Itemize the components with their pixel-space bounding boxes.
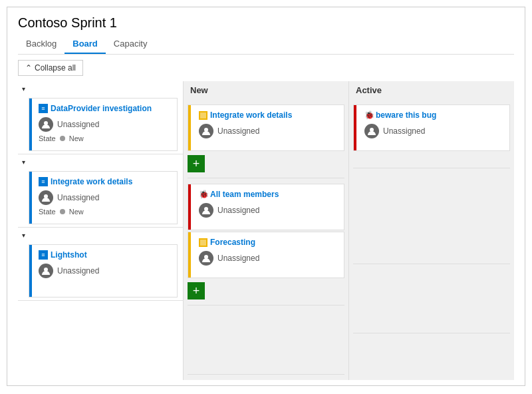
card-avatar-2	[199, 203, 213, 218]
card-user-label-3: Unassigned	[217, 254, 259, 263]
nav-tabs: Backlog Board Capacity	[18, 35, 514, 55]
sidebar-row-2: ▾ ≡ Integrate work details Unassigned	[18, 154, 183, 228]
collapse-arrow-icon: ⌃	[25, 63, 32, 73]
story-icon-2	[199, 238, 207, 247]
state-value-2: New	[69, 208, 84, 216]
tab-board[interactable]: Board	[65, 35, 106, 54]
state-dot-1	[60, 136, 65, 141]
board-card-integrate[interactable]: Integrate work details Unassigned	[188, 104, 344, 151]
add-card-btn-2[interactable]: +	[188, 282, 205, 299]
unassigned-label-3: Unassigned	[57, 266, 99, 276]
sidebar-item-2-title: ≡ Integrate work details	[39, 177, 172, 186]
avatar-3	[39, 264, 53, 278]
state-value-1: New	[69, 134, 84, 142]
state-label-2: State	[39, 208, 56, 216]
card-user-all-team: Unassigned	[199, 203, 338, 218]
sidebar-item-1-user: Unassigned	[39, 117, 172, 132]
collapse-all-label: Collapse all	[35, 63, 76, 73]
card-user-forecasting: Unassigned	[199, 251, 338, 266]
sidebar-item-3: ≡ Lightshot Unassigned	[29, 244, 178, 297]
board-columns: New Integrate work details	[183, 81, 514, 380]
card-user-integrate: Unassigned	[199, 124, 338, 138]
new-section-3	[188, 308, 344, 375]
col-new: New Integrate work details	[183, 81, 348, 380]
add-card-btn-1[interactable]: +	[188, 155, 205, 172]
collapse-arrow-3[interactable]: ▾	[22, 232, 183, 239]
bug-icon-1: 🐞	[199, 190, 207, 199]
card-title-forecasting: Forecasting	[199, 238, 338, 247]
card-avatar-3	[199, 251, 213, 266]
card-title-integrate: Integrate work details	[199, 110, 338, 120]
card-avatar-4	[364, 124, 379, 138]
col-active-header: Active	[349, 81, 514, 99]
unassigned-label-2: Unassigned	[57, 193, 99, 202]
unassigned-label-1: Unassigned	[57, 120, 99, 129]
state-dot-2	[60, 209, 65, 214]
sidebar-item-3-title: ≡ Lightshot	[39, 250, 172, 260]
col-active: Active 🐞 beware this bug	[348, 81, 514, 380]
board-card-beware[interactable]: 🐞 beware this bug Unassigned	[353, 104, 510, 151]
sidebar-item-2-bar	[29, 172, 32, 224]
avatar-2	[39, 190, 53, 205]
card-bar-yellow-2	[188, 232, 191, 278]
avatar-1	[39, 117, 53, 132]
page-title: Contoso Sprint 1	[18, 15, 514, 31]
task-icon-2: ≡	[39, 177, 48, 186]
collapse-arrow-1[interactable]: ▾	[22, 85, 183, 93]
sidebar-item-2: ≡ Integrate work details Unassigned Stat…	[29, 171, 178, 224]
bug-icon-2: 🐞	[364, 111, 373, 120]
card-bar-red	[188, 184, 191, 230]
new-section-2: 🐞 All team members Unassigned	[188, 181, 344, 305]
sidebar-item-1-title: ≡ DataProvider investigation	[39, 104, 172, 113]
col-new-header: New	[184, 81, 348, 99]
sidebar-item-1-state: State New	[39, 134, 172, 142]
state-label-1: State	[39, 134, 56, 142]
sidebar-row-3: ▾ ≡ Lightshot Unassigned	[18, 228, 183, 301]
active-section-1: 🐞 beware this bug Unassigned	[353, 102, 510, 168]
card-user-label-4: Unassigned	[383, 126, 425, 136]
board-container: ▾ ≡ DataProvider investigation Unassigne…	[7, 81, 525, 385]
new-section-1: Integrate work details Unassigned +	[188, 102, 344, 178]
sidebar-item-1-bar	[29, 98, 32, 150]
toolbar: ⌃ Collapse all	[7, 55, 525, 81]
story-icon-1	[199, 111, 207, 120]
card-avatar-1	[199, 124, 213, 138]
sidebar: ▾ ≡ DataProvider investigation Unassigne…	[18, 81, 183, 380]
task-icon-1: ≡	[39, 104, 48, 113]
sidebar-item-3-user: Unassigned	[39, 264, 172, 278]
task-icon-3: ≡	[39, 250, 48, 260]
collapse-arrow-2[interactable]: ▾	[22, 158, 183, 166]
card-title-all-team: 🐞 All team members	[199, 190, 338, 199]
sidebar-row-1: ▾ ≡ DataProvider investigation Unassigne…	[18, 81, 183, 154]
card-user-label-1: Unassigned	[217, 126, 259, 136]
active-section-2	[353, 171, 510, 264]
board-card-forecasting[interactable]: Forecasting Unassigned	[188, 232, 344, 278]
card-bar-yellow	[188, 105, 191, 150]
tab-backlog[interactable]: Backlog	[18, 35, 65, 54]
card-user-label-2: Unassigned	[217, 206, 259, 215]
card-bar-red-2	[354, 105, 356, 150]
col-active-content: 🐞 beware this bug Unassigned	[349, 99, 514, 380]
board-card-all-team[interactable]: 🐞 All team members Unassigned	[188, 184, 344, 230]
card-title-beware: 🐞 beware this bug	[364, 110, 504, 120]
col-new-content: Integrate work details Unassigned +	[184, 99, 348, 380]
sidebar-item-1: ≡ DataProvider investigation Unassigned …	[29, 98, 178, 151]
card-user-beware: Unassigned	[364, 124, 504, 138]
tab-capacity[interactable]: Capacity	[106, 35, 156, 54]
sidebar-item-2-state: State New	[39, 208, 172, 216]
active-section-3	[353, 267, 510, 333]
sidebar-item-3-bar	[29, 245, 32, 297]
collapse-all-button[interactable]: ⌃ Collapse all	[18, 60, 83, 76]
sidebar-item-2-user: Unassigned	[39, 190, 172, 205]
